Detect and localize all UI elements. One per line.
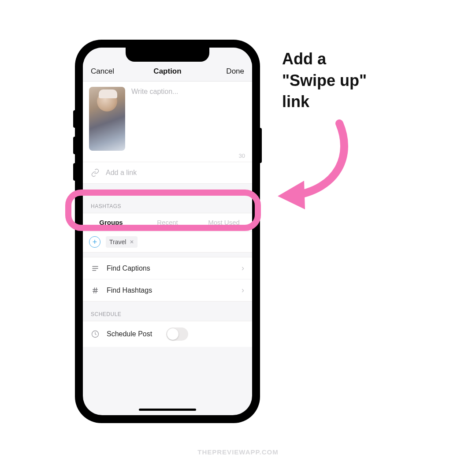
phone-frame: Cancel Caption Done Write caption... 30 …: [75, 40, 260, 423]
add-link-row[interactable]: Add a link: [83, 162, 252, 184]
find-captions-label: Find Captions: [107, 264, 150, 272]
schedule-header: SCHEDULE: [83, 301, 252, 321]
add-link-placeholder: Add a link: [106, 169, 137, 177]
cancel-button[interactable]: Cancel: [91, 67, 117, 76]
svg-line-5: [94, 288, 95, 293]
hashtag-tabs: Groups Recent Most Used: [83, 213, 252, 231]
screen-title: Caption: [153, 67, 181, 76]
tab-most-used[interactable]: Most Used: [196, 213, 252, 231]
annotation-text: Add a "Swipe up" link: [282, 48, 367, 113]
post-thumbnail[interactable]: [89, 87, 125, 151]
annotation-line: link: [282, 91, 367, 113]
caption-area: Write caption...: [83, 82, 252, 152]
tab-recent[interactable]: Recent: [139, 213, 196, 231]
chevron-right-icon: ›: [242, 286, 244, 295]
chip-label: Travel: [109, 238, 126, 245]
find-hashtags-row[interactable]: Find Hashtags ›: [83, 279, 252, 301]
find-captions-row[interactable]: Find Captions ›: [83, 257, 252, 279]
arrow-icon: [264, 119, 361, 216]
watermark: THEPREVIEWAPP.COM: [0, 448, 476, 456]
screen: Cancel Caption Done Write caption... 30 …: [83, 48, 252, 415]
link-icon: [91, 168, 100, 177]
chevron-right-icon: ›: [242, 264, 244, 273]
chip-remove-icon[interactable]: ✕: [130, 239, 134, 245]
actions-list: Find Captions › Find Hashtags ›: [83, 257, 252, 301]
add-group-button[interactable]: +: [89, 236, 100, 248]
hashtag-icon: [91, 286, 100, 294]
svg-line-6: [96, 288, 97, 293]
schedule-toggle[interactable]: [166, 327, 188, 341]
annotation-line: Add a: [282, 48, 367, 70]
find-hashtags-label: Find Hashtags: [107, 286, 152, 294]
hashtag-group-chip[interactable]: Travel ✕: [106, 236, 138, 248]
caption-counter: 30: [83, 152, 252, 162]
schedule-post-row: Schedule Post: [83, 321, 252, 347]
done-button[interactable]: Done: [218, 67, 244, 76]
schedule-post-label: Schedule Post: [107, 330, 152, 338]
hashtags-header: HASHTAGS: [83, 193, 252, 213]
annotation-line: "Swipe up": [282, 70, 367, 92]
caption-input[interactable]: Write caption...: [131, 87, 246, 151]
clock-icon: [91, 330, 100, 338]
notch: [126, 48, 209, 62]
spacer: [83, 253, 252, 257]
tab-groups[interactable]: Groups: [83, 213, 139, 231]
spacer: [83, 184, 252, 193]
lines-icon: [91, 264, 100, 272]
hashtag-groups-row: + Travel ✕: [83, 231, 252, 253]
home-indicator: [139, 409, 196, 411]
